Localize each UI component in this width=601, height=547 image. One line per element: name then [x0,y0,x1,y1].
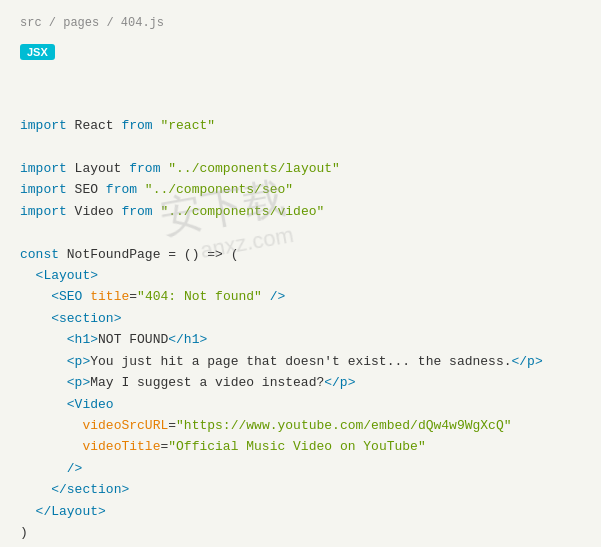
import-seo-line: import SEO from "../components/seo" [20,182,293,197]
const-line: const NotFoundPage = () => ( [20,247,238,262]
import-react-line: import React from "react" [20,118,215,133]
section-close-line: </section> [20,482,129,497]
video-close-line: /> [20,461,82,476]
p2-line: <p>May I suggest a video instead?</p> [20,375,355,390]
paren-close-line: ) [20,525,28,540]
layout-open-line: <Layout> [20,268,98,283]
code-block: import React from "react" import Layout … [20,72,581,547]
breadcrumb: src / pages / 404.js [20,16,581,30]
video-title-line: videoTitle="Official Music Video on YouT… [20,439,426,454]
import-layout-line: import Layout from "../components/layout… [20,161,340,176]
seo-line: <SEO title="404: Not found" /> [20,289,285,304]
p1-line: <p>You just hit a page that doesn't exis… [20,354,543,369]
video-open-line: <Video [20,397,114,412]
import-video-line: import Video from "../components/video" [20,204,324,219]
jsx-badge: JSX [20,44,55,60]
editor-container: src / pages / 404.js JSX import React fr… [0,0,601,547]
section-open-line: <section> [20,311,121,326]
video-src-line: videoSrcURL="https://www.youtube.com/emb… [20,418,512,433]
h1-line: <h1>NOT FOUND</h1> [20,332,207,347]
layout-close-line: </Layout> [20,504,106,519]
